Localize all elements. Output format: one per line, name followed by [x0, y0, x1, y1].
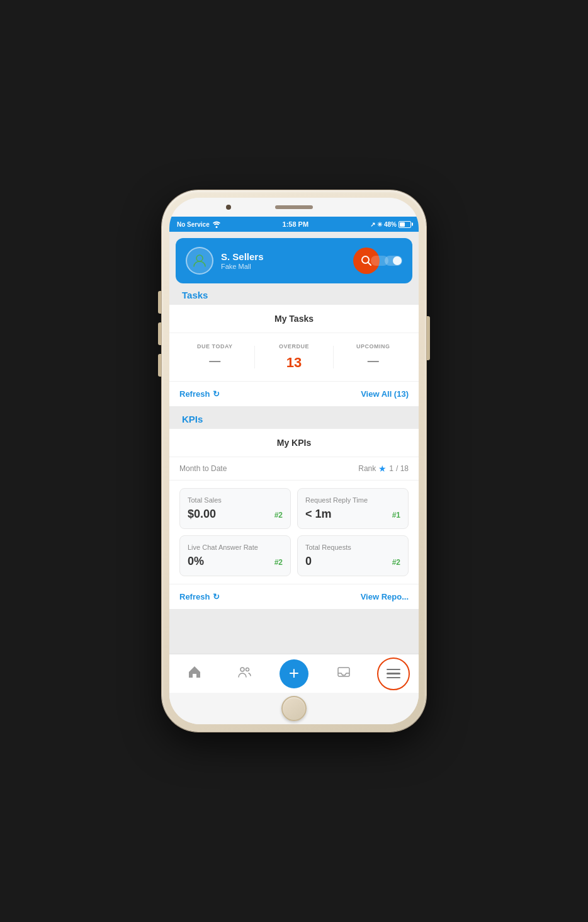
- kpi-tile-0-row: $0.00 #2: [188, 508, 283, 521]
- rank-total: / 18: [396, 464, 409, 473]
- svg-point-1: [196, 255, 203, 261]
- menu-line-1: [387, 669, 400, 671]
- kpi-tile-2-label: Live Chat Answer Rate: [188, 544, 283, 551]
- menu-line-2: [387, 673, 400, 674]
- home-button[interactable]: [281, 696, 307, 721]
- overdue-col: OVERDUE 13: [255, 343, 334, 371]
- kpi-tile-1-label: Request Reply Time: [305, 496, 400, 504]
- wifi-icon: [212, 221, 221, 228]
- bluetooth-icon: ✳: [377, 221, 382, 228]
- tasks-refresh-label: Refresh: [179, 389, 210, 399]
- kpi-tiles-grid: Total Sales $0.00 #2 Request Reply Time …: [169, 481, 419, 584]
- screen-content: S. Sellers Fake Mall: [169, 232, 419, 654]
- kpi-tile-chat-rate: Live Chat Answer Rate 0% #2: [179, 535, 291, 576]
- header-card: S. Sellers Fake Mall: [176, 238, 412, 283]
- kpi-tile-total-requests: Total Requests 0 #2: [297, 535, 409, 576]
- kpi-tile-0-rank: #2: [274, 511, 283, 520]
- inbox-icon: [336, 664, 351, 683]
- rank-star-icon: ★: [378, 464, 387, 474]
- user-location: Fake Mall: [221, 263, 264, 270]
- kpi-tile-3-value: 0: [305, 555, 312, 568]
- tasks-refresh-button[interactable]: Refresh ↻: [179, 389, 220, 399]
- battery-pct-text: 48%: [384, 221, 397, 228]
- refresh-icon: ↻: [213, 389, 220, 399]
- kpi-meta: Month to Date Rank ★ 1 / 18: [169, 457, 419, 481]
- status-time: 1:58 PM: [283, 220, 309, 228]
- kpi-tile-2-row: 0% #2: [188, 555, 283, 568]
- camera-dot: [226, 205, 231, 210]
- battery-fill: [400, 222, 405, 227]
- search-icon: [361, 255, 372, 266]
- nav-contacts[interactable]: [219, 654, 269, 693]
- status-bar: No Service 1:58 PM ↗ ✳ 48%: [169, 217, 419, 232]
- add-icon: +: [289, 664, 299, 682]
- battery-icon: [399, 221, 411, 228]
- toggle-thumb: [393, 256, 402, 265]
- user-info: S. Sellers Fake Mall: [186, 247, 264, 275]
- kpis-refresh-icon: ↻: [213, 592, 220, 601]
- kpi-tile-1-value: < 1m: [305, 508, 332, 521]
- kpi-tile-2-rank: #2: [274, 558, 283, 567]
- kpis-view-report-label: View Repo...: [361, 592, 409, 601]
- header-actions: [353, 248, 402, 274]
- menu-button[interactable]: [377, 657, 410, 690]
- overdue-value: 13: [255, 355, 334, 371]
- overdue-label: OVERDUE: [255, 343, 334, 350]
- kpis-card: My KPIs Month to Date Rank ★ 1 / 18 Tota…: [169, 429, 419, 609]
- kpi-tile-3-label: Total Requests: [305, 544, 400, 551]
- kpi-tile-total-sales: Total Sales $0.00 #2: [179, 488, 291, 529]
- toggle-switch[interactable]: [385, 256, 402, 266]
- rank-value: 1: [389, 464, 393, 473]
- tasks-card-title: My Tasks: [169, 305, 419, 333]
- kpi-tile-reply-time: Request Reply Time < 1m #1: [297, 488, 409, 529]
- svg-line-3: [368, 263, 371, 266]
- kpi-tile-2-value: 0%: [188, 555, 204, 568]
- tasks-card: My Tasks DUE TODAY — OVERDUE 13 UPCOMING…: [169, 305, 419, 406]
- kpis-actions: Refresh ↻ View Repo...: [169, 584, 419, 609]
- kpis-refresh-label: Refresh: [179, 592, 210, 601]
- tasks-grid: DUE TODAY — OVERDUE 13 UPCOMING —: [169, 333, 419, 381]
- contacts-icon: [237, 664, 252, 683]
- bottom-spacer: [169, 610, 419, 617]
- kpis-refresh-button[interactable]: Refresh ↻: [179, 592, 220, 601]
- bottom-nav: +: [169, 654, 419, 693]
- avatar: [186, 247, 213, 275]
- svg-point-4: [240, 668, 244, 671]
- home-icon: [187, 664, 202, 683]
- menu-line-3: [387, 677, 400, 679]
- kpis-section-header: KPIs: [169, 407, 419, 429]
- upcoming-label: UPCOMING: [334, 343, 412, 350]
- phone-frame: No Service 1:58 PM ↗ ✳ 48%: [162, 190, 426, 732]
- nav-menu[interactable]: [369, 654, 419, 693]
- kpi-rank: Rank ★ 1 / 18: [358, 464, 409, 474]
- phone-top-decoration: [169, 198, 419, 217]
- search-button[interactable]: [353, 248, 380, 274]
- tasks-section-header: Tasks: [169, 283, 419, 305]
- nav-inbox[interactable]: [319, 654, 369, 693]
- svg-point-0: [215, 226, 217, 228]
- tasks-view-all-button[interactable]: View All (13): [361, 389, 409, 399]
- avatar-icon: [191, 253, 208, 269]
- kpi-tile-1-rank: #1: [392, 511, 400, 520]
- kpi-tile-3-row: 0 #2: [305, 555, 400, 568]
- kpi-tile-1-row: < 1m #1: [305, 508, 400, 521]
- tasks-label: Tasks: [182, 290, 208, 300]
- upcoming-value: —: [334, 355, 412, 368]
- speaker-grille: [275, 205, 313, 209]
- svg-point-5: [246, 668, 249, 671]
- tasks-view-all-label: View All (13): [361, 389, 409, 399]
- nav-home[interactable]: [169, 654, 219, 693]
- phone-bottom: [169, 693, 419, 724]
- user-name: S. Sellers: [221, 251, 264, 262]
- kpi-tile-0-label: Total Sales: [188, 496, 283, 504]
- kpis-card-title: My KPIs: [169, 429, 419, 457]
- kpi-period: Month to Date: [179, 464, 227, 473]
- nav-add[interactable]: +: [269, 654, 319, 693]
- status-right: ↗ ✳ 48%: [370, 221, 411, 228]
- add-button[interactable]: +: [280, 659, 308, 688]
- kpis-view-report-button[interactable]: View Repo...: [361, 592, 409, 601]
- phone-screen: No Service 1:58 PM ↗ ✳ 48%: [169, 198, 419, 724]
- kpi-tile-0-value: $0.00: [188, 508, 216, 521]
- signal-text: No Service: [177, 221, 210, 228]
- due-today-label: DUE TODAY: [176, 343, 254, 350]
